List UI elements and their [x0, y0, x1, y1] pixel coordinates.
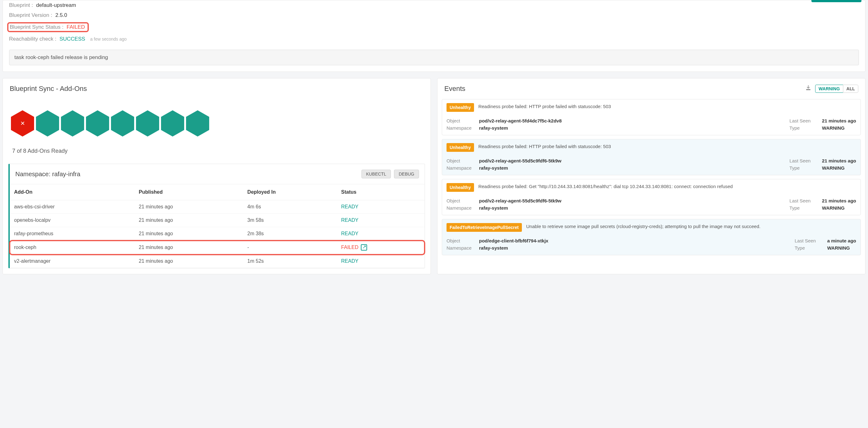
event-message: Readiness probe failed: HTTP probe faile…	[478, 103, 856, 110]
sync-status-value: FAILED	[67, 24, 85, 30]
addon-hex-ok[interactable]	[61, 110, 84, 136]
addon-published: 21 minutes ago	[134, 227, 243, 240]
event-lastseen-label: Last Seen	[789, 158, 818, 163]
addon-hex-failed[interactable]: ✕	[11, 110, 34, 136]
addon-hex-ok[interactable]	[136, 110, 159, 136]
addon-name: openebs-localpv	[10, 214, 134, 227]
event-card[interactable]: UnhealthyReadiness probe failed: Get "ht…	[442, 179, 861, 215]
events-filter: WARNING ALL	[815, 85, 858, 93]
event-type-label: Type	[789, 125, 818, 131]
event-type-value: WARNING	[822, 205, 845, 210]
addons-table: Add-On Published Deployed In Status aws-…	[10, 184, 425, 268]
event-lastseen-value: 21 minutes ago	[822, 118, 856, 123]
event-lastseen-label: Last Seen	[789, 198, 818, 203]
col-status: Status	[337, 184, 425, 200]
addon-published: 21 minutes ago	[134, 214, 243, 227]
addon-status: READY	[337, 255, 425, 268]
event-object-value: pod/edge-client-bfbf6f794-xtkjx	[479, 238, 549, 243]
addon-hex-ok[interactable]	[36, 110, 59, 136]
event-badge: Unhealthy	[446, 143, 474, 152]
addon-name: rafay-prometheus	[10, 227, 134, 240]
event-card[interactable]: UnhealthyReadiness probe failed: HTTP pr…	[442, 139, 861, 175]
addon-hex-ok[interactable]	[111, 110, 134, 136]
event-badge: Unhealthy	[446, 103, 474, 112]
addon-hex-ok[interactable]	[86, 110, 109, 136]
blueprint-label: Blueprint :	[9, 2, 33, 8]
namespace-header: Namespace: rafay-infra KUBECTL DEBUG	[10, 164, 425, 184]
kubectl-button[interactable]: KUBECTL	[362, 170, 391, 178]
event-message: Readiness probe failed: HTTP probe faile…	[478, 143, 856, 150]
event-type-value: WARNING	[827, 245, 850, 251]
events-list: UnhealthyReadiness probe failed: HTTP pr…	[437, 99, 865, 263]
table-row[interactable]: openebs-localpv21 minutes ago3m 58sREADY	[10, 214, 425, 227]
addon-hex-ok[interactable]	[186, 110, 209, 136]
event-card[interactable]: FailedToRetrieveImagePullSecretUnable to…	[442, 219, 861, 255]
namespace-section: Namespace: rafay-infra KUBECTL DEBUG Add…	[8, 164, 425, 268]
event-type-label: Type	[789, 205, 818, 210]
reachability-label: Reachability check :	[9, 36, 56, 42]
event-namespace-value: rafay-system	[479, 125, 508, 131]
col-addon: Add-On	[10, 184, 134, 200]
event-badge: Unhealthy	[446, 183, 474, 192]
event-message: Readiness probe failed: Get "http://10.2…	[478, 183, 856, 190]
addons-summary: 7 of 8 Add-Ons Ready	[3, 140, 431, 164]
addon-status: READY	[337, 214, 425, 227]
event-card[interactable]: UnhealthyReadiness probe failed: HTTP pr…	[442, 99, 861, 135]
event-lastseen-value: 21 minutes ago	[822, 198, 856, 203]
download-icon[interactable]	[805, 85, 811, 93]
event-object-label: Object	[446, 198, 475, 203]
filter-all-button[interactable]: ALL	[843, 85, 858, 93]
table-row[interactable]: v2-alertmanager21 minutes ago1m 52sREADY	[10, 255, 425, 268]
addon-status: READY	[337, 227, 425, 240]
debug-button[interactable]: DEBUG	[394, 170, 419, 178]
addon-name: aws-ebs-csi-driver	[10, 200, 134, 214]
addon-hex-ok[interactable]	[161, 110, 184, 136]
event-lastseen-value: a minute ago	[827, 238, 856, 243]
sync-status-highlight: Blueprint Sync Status : FAILED	[7, 22, 89, 32]
addon-deployed: -	[243, 240, 337, 255]
events-panel-header: Events WARNING ALL	[437, 78, 865, 99]
blueprint-row: Blueprint : default-upstream	[9, 0, 859, 10]
col-published: Published	[134, 184, 243, 200]
addons-hex-row: ✕	[3, 99, 431, 140]
reachability-ago: a few seconds ago	[90, 37, 127, 41]
namespace-title: Namespace: rafay-infra	[15, 171, 80, 178]
addons-panel-title: Blueprint Sync - Add-Ons	[10, 85, 87, 93]
event-type-value: WARNING	[822, 125, 845, 131]
event-lastseen-label: Last Seen	[789, 118, 818, 123]
addon-published: 21 minutes ago	[134, 200, 243, 214]
event-namespace-label: Namespace	[446, 245, 475, 251]
addon-name: rook-ceph	[10, 240, 134, 255]
event-lastseen-label: Last Seen	[795, 238, 823, 243]
addon-status: FAILED	[337, 240, 425, 255]
addon-status: READY	[337, 200, 425, 214]
addon-name: v2-alertmanager	[10, 255, 134, 268]
table-row[interactable]: aws-ebs-csi-driver21 minutes ago4m 6sREA…	[10, 200, 425, 214]
event-object-value: pod/v2-relay-agent-5fd4dc7f5c-k2dv8	[479, 118, 562, 123]
table-row[interactable]: rafay-prometheus21 minutes ago2m 38sREAD…	[10, 227, 425, 240]
sync-status-label: Blueprint Sync Status :	[10, 24, 63, 30]
table-row[interactable]: rook-ceph21 minutes ago-FAILED	[10, 240, 425, 255]
blueprint-value: default-upstream	[36, 2, 76, 8]
event-object-value: pod/v2-relay-agent-55d5c9fdf6-5tk9w	[479, 198, 561, 203]
summary-panel: Blueprint : default-upstream Blueprint V…	[2, 0, 866, 72]
event-object-value: pod/v2-relay-agent-55d5c9fdf6-5tk9w	[479, 158, 561, 163]
task-message: task rook-ceph failed release is pending	[9, 50, 859, 65]
events-panel: Events WARNING ALL UnhealthyReadiness pr…	[437, 78, 866, 274]
event-object-label: Object	[446, 118, 475, 123]
sync-status-row: Blueprint Sync Status : FAILED	[9, 20, 859, 34]
event-object-label: Object	[446, 238, 475, 243]
filter-warning-button[interactable]: WARNING	[815, 85, 843, 93]
event-namespace-label: Namespace	[446, 125, 475, 131]
open-link-icon[interactable]	[361, 244, 367, 251]
top-right-action-button[interactable]	[811, 0, 862, 2]
col-deployed: Deployed In	[243, 184, 337, 200]
event-namespace-value: rafay-system	[479, 245, 508, 251]
event-lastseen-value: 21 minutes ago	[822, 158, 856, 163]
reachability-value: SUCCESS	[59, 36, 85, 42]
event-namespace-label: Namespace	[446, 165, 475, 171]
addons-panel: Blueprint Sync - Add-Ons ✕ 7 of 8 Add-On…	[2, 78, 431, 274]
events-panel-title: Events	[444, 85, 465, 93]
blueprint-version-label: Blueprint Version :	[9, 12, 52, 19]
event-object-label: Object	[446, 158, 475, 163]
